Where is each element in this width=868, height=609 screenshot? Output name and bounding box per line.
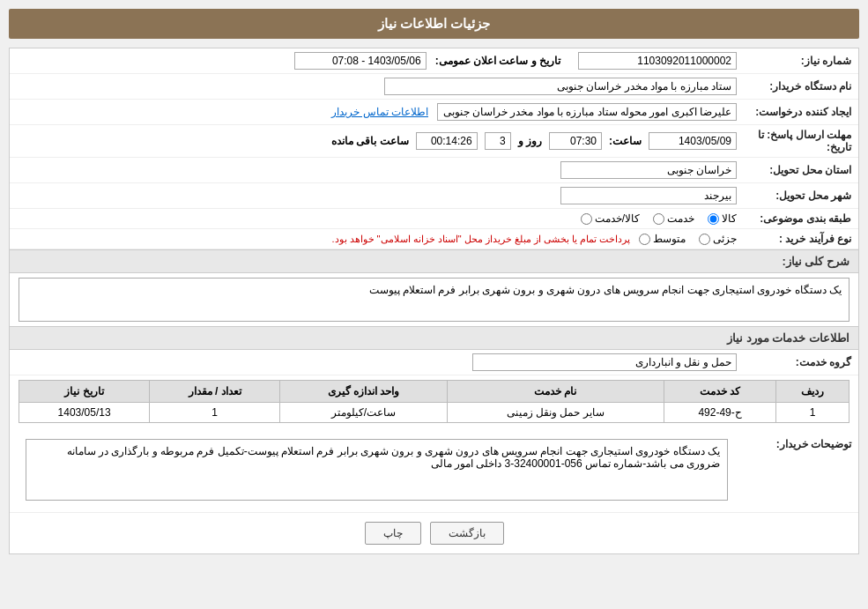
cell-name-1: سایر حمل ونقل زمینی — [447, 403, 664, 423]
cell-date-1: 1403/05/13 — [19, 403, 150, 423]
category-option-khedmat[interactable]: خدمت — [653, 212, 694, 225]
services-table: ردیف کد خدمت نام خدمت واحد اندازه گیری ت… — [19, 380, 849, 423]
need-number-label: شماره نیاز: — [737, 55, 851, 67]
city-label: شهر محل تحویل: — [737, 189, 851, 202]
description-box: یک دستگاه خودروی استیجاری جهت انجام سروی… — [19, 278, 849, 322]
need-number-row: شماره نیاز: تاریخ و ساعت اعلان عمومی: — [10, 48, 858, 74]
buyer-notes-row: توضیحات خریدار: یک دستگاه خودروی استیجار… — [10, 427, 858, 513]
col-header-name: نام خدمت — [447, 381, 664, 403]
contact-link[interactable]: اطلاعات تماس خریدار — [331, 106, 428, 118]
city-row: شهر محل تحویل: — [10, 183, 858, 209]
creator-row: ایجاد کننده درخواست: اطلاعات تماس خریدار — [10, 100, 858, 125]
description-section-header: شرح کلی نیاز: — [10, 249, 858, 273]
col-header-code: کد خدمت — [664, 381, 776, 403]
cell-row-1: 1 — [776, 403, 849, 423]
response-deadline-label: مهلت ارسال پاسخ: تا تاریخ: — [737, 129, 851, 153]
category-radio-group: کالا خدمت کالا/خدمت — [17, 212, 737, 225]
cell-unit-1: ساعت/کیلومتر — [280, 403, 448, 423]
province-input[interactable] — [560, 161, 737, 179]
buyer-notes-label: توضیحات خریدار: — [737, 434, 851, 450]
city-input[interactable] — [560, 187, 737, 204]
response-time-input[interactable] — [549, 132, 602, 150]
cell-code-1: ح-49-492 — [664, 403, 776, 423]
purchase-type-motaveset[interactable]: متوسط — [639, 233, 686, 245]
cell-quantity-1: 1 — [150, 403, 280, 423]
province-label: استان محل تحویل: — [737, 164, 851, 176]
category-option-kala[interactable]: کالا — [708, 212, 737, 225]
purchase-type-row: نوع فرآیند خرید : جزئی متوسط پرداخت تمام… — [10, 229, 858, 249]
purchase-type-note: پرداخت تمام یا بخشی از مبلغ خریداز محل "… — [331, 234, 630, 245]
col-header-date: تاریخ نیاز — [19, 381, 150, 403]
need-number-input[interactable] — [578, 52, 737, 70]
col-header-quantity: تعداد / مقدار — [150, 381, 280, 403]
button-row: بازگشت چاپ — [10, 513, 858, 553]
buyer-org-label: نام دستگاه خریدار: — [737, 80, 851, 93]
category-label: طبقه بندی موضوعی: — [737, 212, 851, 225]
category-row: طبقه بندی موضوعی: کالا خدمت کالا/خدمت — [10, 209, 858, 229]
announce-datetime-label: تاریخ و ساعت اعلان عمومی: — [435, 55, 560, 67]
creator-label: ایجاد کننده درخواست: — [737, 106, 851, 118]
buyer-org-row: نام دستگاه خریدار: — [10, 74, 858, 100]
announce-datetime-input[interactable] — [294, 52, 427, 70]
col-header-unit: واحد اندازه گیری — [280, 381, 448, 403]
purchase-type-jozi[interactable]: جزئی — [699, 233, 737, 245]
category-option-kala-khedmat[interactable]: کالا/خدمت — [581, 212, 640, 225]
service-group-label: گروه خدمت: — [737, 356, 851, 368]
page-title: جزئیات اطلاعات نیاز — [9, 9, 859, 39]
table-row: 1 ح-49-492 سایر حمل ونقل زمینی ساعت/کیلو… — [19, 403, 849, 423]
remaining-time-input[interactable] — [416, 132, 478, 150]
response-days-input[interactable] — [485, 132, 511, 150]
buyer-notes-box: یک دستگاه خودروی استیجاری جهت انجام سروی… — [26, 439, 728, 501]
response-day-label: روز و — [518, 135, 542, 147]
services-section-header: اطلاعات خدمات مورد نیاز — [10, 326, 858, 350]
service-group-row: گروه خدمت: — [10, 350, 858, 375]
purchase-type-label: نوع فرآیند خرید : — [737, 233, 851, 245]
service-group-input[interactable] — [472, 353, 737, 371]
creator-input[interactable] — [437, 103, 737, 121]
response-time-label: ساعت: — [609, 135, 642, 147]
purchase-type-radio-group: جزئی متوسط — [639, 233, 737, 245]
col-header-row: ردیف — [776, 381, 849, 403]
remaining-label: ساعت باقی مانده — [331, 135, 409, 147]
province-row: استان محل تحویل: — [10, 158, 858, 183]
need-number-value: تاریخ و ساعت اعلان عمومی: — [17, 52, 737, 70]
buyer-org-input[interactable] — [384, 78, 737, 95]
response-deadline-row: مهلت ارسال پاسخ: تا تاریخ: ساعت: روز و س… — [10, 125, 858, 158]
back-button[interactable]: بازگشت — [430, 522, 504, 545]
response-date-input[interactable] — [649, 132, 737, 150]
print-button[interactable]: چاپ — [365, 522, 421, 545]
